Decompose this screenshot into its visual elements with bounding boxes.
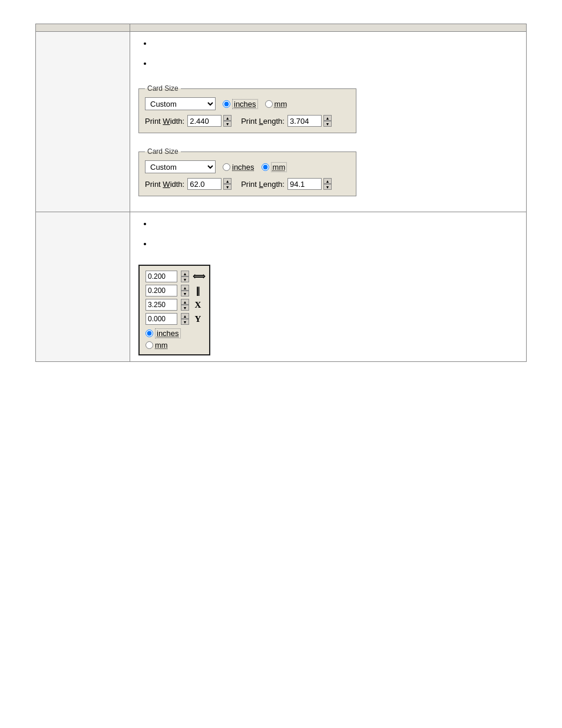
card-size-mm-dropdown[interactable]: Custom: [145, 160, 216, 173]
print-length-mm-group: Print Length: ▲ ▼: [241, 178, 332, 190]
print-width-mm-spinner: ▲ ▼: [223, 178, 232, 190]
margin-height-input[interactable]: [146, 285, 177, 297]
card-size-mm-radio-mm[interactable]: [262, 163, 269, 171]
margin-mm-text: mm: [155, 341, 168, 350]
margin-x-icon: X: [193, 300, 203, 310]
print-width-mm-label: Print Width:: [145, 180, 184, 189]
print-length-inches-input[interactable]: [287, 115, 322, 127]
margin-y-spinner: ▲ ▼: [181, 313, 189, 325]
margin-width-down[interactable]: ▼: [181, 276, 189, 282]
margin-y-up[interactable]: ▲: [181, 313, 189, 319]
table-row-2: ▲ ▼ ⟺ ▲ ▼ ‖: [36, 212, 527, 362]
card-size-mm-radio-inches-label[interactable]: inches: [223, 163, 254, 172]
margin-radio-inches-label[interactable]: inches: [146, 328, 203, 338]
row1-right-cell: Card Size Custom inches mm: [130, 32, 527, 212]
margin-row-height: ▲ ▼ ‖: [146, 285, 203, 297]
radio-mm-text2: mm: [271, 162, 287, 172]
card-size-mm-legend: Card Size: [145, 147, 181, 156]
card-size-inches-radio-inches[interactable]: [223, 100, 230, 108]
margin-x-up[interactable]: ▲: [181, 299, 189, 305]
print-width-mm-up[interactable]: ▲: [223, 178, 232, 184]
card-size-inches-radio-mm-label[interactable]: mm: [265, 100, 287, 108]
margin-width-icon: ⟺: [193, 271, 203, 282]
margin-x-spinner: ▲ ▼: [181, 299, 189, 311]
margin-y-input[interactable]: [146, 313, 177, 325]
print-length-inches-down[interactable]: ▼: [323, 121, 332, 127]
print-width-inches-spinner: ▲ ▼: [223, 115, 232, 127]
bullet-item: [153, 58, 518, 70]
margin-radio-inches[interactable]: [146, 330, 153, 337]
margin-y-icon: Y: [193, 314, 203, 324]
margin-radio-mm[interactable]: [146, 341, 153, 349]
print-length-inches-spinner: ▲ ▼: [323, 115, 332, 127]
radio-mm-text: mm: [275, 100, 287, 108]
row2-left-cell: [36, 212, 130, 362]
row1-left-cell: [36, 32, 130, 212]
margin-row-width: ▲ ▼ ⟺: [146, 271, 203, 282]
print-length-mm-up[interactable]: ▲: [323, 178, 332, 184]
radio-inches-text2: inches: [232, 163, 254, 172]
print-width-inches-input[interactable]: [187, 115, 222, 127]
print-width-mm-group: Print Width: ▲ ▼: [145, 178, 232, 190]
margin-radio-group: inches mm: [146, 328, 203, 350]
margin-height-spinner: ▲ ▼: [181, 285, 189, 297]
card-size-mm-top-row: Custom inches mm: [145, 160, 349, 173]
margin-y-down[interactable]: ▼: [181, 319, 189, 325]
margin-inches-text: inches: [155, 328, 181, 338]
card-size-mm-group: Card Size Custom inches mm: [138, 147, 356, 196]
margin-width-input[interactable]: [146, 271, 177, 282]
print-length-inches-up[interactable]: ▲: [323, 115, 332, 121]
page-wrapper: Card Size Custom inches mm: [0, 0, 562, 386]
margin-height-down[interactable]: ▼: [181, 291, 189, 297]
card-size-inches-top-row: Custom inches mm: [145, 97, 349, 110]
card-size-mm-bottom-row: Print Width: ▲ ▼ Print Length:: [145, 178, 349, 190]
card-size-inches-group: Card Size Custom inches mm: [138, 84, 356, 133]
print-width-inches-label: Print Width:: [145, 117, 184, 126]
print-length-inches-label: Print Length:: [241, 117, 285, 126]
col-right-header: [130, 24, 527, 32]
margin-height-up[interactable]: ▲: [181, 285, 189, 291]
card-size-inches-legend: Card Size: [145, 84, 181, 93]
margin-row-y: ▲ ▼ Y: [146, 313, 203, 325]
col-left-header: [36, 24, 130, 32]
margin-panel: ▲ ▼ ⟺ ▲ ▼ ‖: [138, 265, 210, 355]
row2-bullets: [138, 218, 518, 249]
print-width-inches-down[interactable]: ▼: [223, 121, 232, 127]
radio-inches-text: inches: [232, 99, 258, 109]
table-row: Card Size Custom inches mm: [36, 32, 527, 212]
print-width-inches-group: Print Width: ▲ ▼: [145, 115, 232, 127]
margin-height-icon: ‖: [193, 285, 203, 296]
card-size-inches-radio-mm[interactable]: [265, 100, 273, 108]
margin-row-x: ▲ ▼ X: [146, 299, 203, 311]
margin-radio-mm-label[interactable]: mm: [146, 341, 203, 350]
print-width-inches-up[interactable]: ▲: [223, 115, 232, 121]
print-width-mm-down[interactable]: ▼: [223, 184, 232, 190]
print-length-mm-label: Print Length:: [241, 180, 285, 189]
bullet-item: [153, 38, 518, 50]
margin-width-up[interactable]: ▲: [181, 271, 189, 276]
bullet-item-2b: [153, 238, 518, 250]
bullet-item-2a: [153, 218, 518, 230]
print-width-mm-input[interactable]: [187, 178, 222, 190]
margin-x-down[interactable]: ▼: [181, 305, 189, 311]
margin-width-spinner: ▲ ▼: [181, 271, 189, 282]
card-size-inches-radio-inches-label[interactable]: inches: [223, 99, 258, 109]
row2-right-cell: ▲ ▼ ⟺ ▲ ▼ ‖: [130, 212, 527, 362]
margin-x-input[interactable]: [146, 299, 177, 311]
card-size-inches-dropdown[interactable]: Custom: [145, 97, 216, 110]
card-size-inches-bottom-row: Print Width: ▲ ▼ Print Length:: [145, 115, 349, 127]
main-table: Card Size Custom inches mm: [35, 24, 527, 362]
print-length-inches-group: Print Length: ▲ ▼: [241, 115, 332, 127]
print-length-mm-spinner: ▲ ▼: [323, 178, 332, 190]
print-length-mm-down[interactable]: ▼: [323, 184, 332, 190]
card-size-mm-radio-inches[interactable]: [223, 163, 230, 171]
card-size-mm-radio-mm-label[interactable]: mm: [262, 162, 287, 172]
print-length-mm-input[interactable]: [287, 178, 322, 190]
row1-bullets: [138, 38, 518, 69]
